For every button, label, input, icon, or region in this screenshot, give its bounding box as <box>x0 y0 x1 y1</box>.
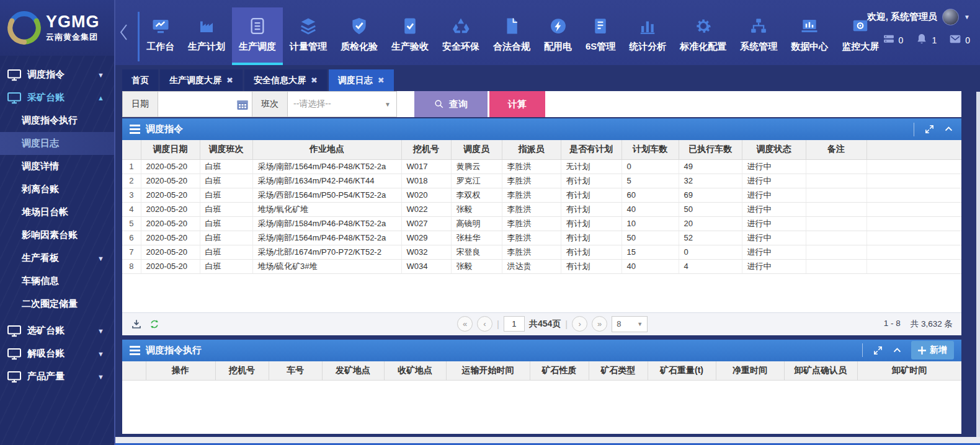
table-cell: 黄腾云 <box>451 159 502 174</box>
table-cell: 进行中 <box>742 216 806 231</box>
nav-item-statistics[interactable]: 统计分析 <box>622 7 673 65</box>
nav-item-system-management[interactable]: 系统管理 <box>733 7 784 65</box>
table-row[interactable]: 12020-05-20白班采场/南部/1564m/P46-P48/KT52-2a… <box>122 159 961 174</box>
nav-item-standardization[interactable]: 标准化配置 <box>673 7 733 65</box>
table-cell <box>806 202 866 216</box>
sidebar-item-beneficiation-ledger[interactable]: 选矿台账▼ <box>0 319 114 342</box>
table-cell: 有计划 <box>561 259 621 273</box>
footer-strip <box>115 437 980 445</box>
date-label: 日期 <box>122 91 158 117</box>
tab-home[interactable]: 首页 <box>122 69 158 91</box>
tab-dispatch-log[interactable]: 调度日志✖ <box>329 69 394 91</box>
pagination-bar: « ‹ | 共454页 | › » 8 ▼ 1 - 8 共 3,632 条 <box>122 312 961 335</box>
download-icon[interactable] <box>131 319 142 330</box>
table-row[interactable]: 52020-05-20白班采场/南部/1584m/P46-P48/KT52-2a… <box>122 216 961 231</box>
sidebar-item-vehicle-info[interactable]: 车辆信息 <box>0 270 114 293</box>
column-header: 挖机号 <box>401 140 451 159</box>
nav-item-quality-inspection[interactable]: 质检化验 <box>334 7 385 65</box>
nav-item-safety-environment[interactable]: 安全环保 <box>435 7 486 65</box>
divider: | <box>565 319 568 329</box>
sidebar-item-stripping-ledger[interactable]: 剥离台账 <box>0 178 114 201</box>
sidebar-item-dispatch-command[interactable]: 调度指令▼ <box>0 63 114 86</box>
nav-item-workbench[interactable]: 工作台 <box>140 7 181 65</box>
nav-item-compliance[interactable]: 合法合规 <box>486 7 537 65</box>
execution-table: 操作挖机号车号发矿地点收矿地点运输开始时间矿石性质矿石类型矿石重量(t)净重时间… <box>122 361 961 381</box>
nav-item-metering[interactable]: 计量管理 <box>283 7 334 65</box>
sidebar-item-dispatch-detail[interactable]: 调度详情 <box>0 155 114 178</box>
divider: | <box>497 319 499 329</box>
sidebar-item-dispatch-execution[interactable]: 调度指令执行 <box>0 109 114 132</box>
notifications-indicator[interactable]: 1 <box>915 33 937 47</box>
collapse-panel-icon[interactable] <box>892 345 902 356</box>
table-cell: 张桂华 <box>451 231 502 245</box>
tasks-indicator[interactable]: 0 <box>883 33 904 47</box>
refresh-icon[interactable] <box>149 319 160 330</box>
table-cell: 白班 <box>200 188 252 202</box>
shift-select[interactable]: --请选择-- ▼ <box>288 91 397 117</box>
nav-item-production-plan[interactable]: 生产计划 <box>181 7 232 65</box>
table-cell: 4 <box>122 202 141 216</box>
tab-production-dispatch-screen[interactable]: 生产调度大屏✖ <box>160 69 243 91</box>
table-row[interactable]: 42020-05-20白班堆场/氧化矿堆W022张毅李胜洪有计划4050进行中 <box>122 202 961 216</box>
tab-safety-info-screen[interactable]: 安全信息大屏✖ <box>244 69 327 91</box>
add-button[interactable]: 新增 <box>911 341 954 359</box>
table-cell <box>866 202 961 216</box>
nav-item-label: 6S管理 <box>586 41 615 53</box>
table-cell: 张毅 <box>451 202 502 216</box>
tab-label: 安全信息大屏 <box>254 75 306 86</box>
page-size-select[interactable]: 8 ▼ <box>612 316 648 332</box>
expand-icon[interactable] <box>873 345 883 356</box>
table-cell: 15 <box>621 245 679 259</box>
sidebar-item-product-output[interactable]: 产品产量▼ <box>0 365 114 388</box>
table-row[interactable]: 72020-05-20白班采场/北部/1674m/P70-P72/KT52-2W… <box>122 245 961 259</box>
calc-button[interactable]: 计算 <box>489 91 545 117</box>
prev-page-button[interactable]: ‹ <box>477 316 492 332</box>
sidebar-item-impact-factor-ledger[interactable]: 影响因素台账 <box>0 224 114 247</box>
table-cell: 0 <box>621 159 679 174</box>
sidebar-item-desorption-ledger[interactable]: 解吸台账▼ <box>0 342 114 365</box>
table-cell: 5 <box>621 174 679 188</box>
sidebar-item-dispatch-log[interactable]: 调度日志 <box>0 132 114 155</box>
close-icon[interactable]: ✖ <box>311 76 318 85</box>
calendar-icon[interactable] <box>236 99 249 111</box>
close-icon[interactable]: ✖ <box>226 76 233 85</box>
last-page-button[interactable]: » <box>592 316 607 332</box>
messages-count: 0 <box>965 35 970 45</box>
nav-item-production-dispatch[interactable]: 生产调度 <box>232 7 283 65</box>
safety-icon <box>452 17 470 35</box>
table-row[interactable]: 22020-05-20白班采场/南部/1634m/P42-P46/KT44W01… <box>122 174 961 188</box>
avatar[interactable] <box>942 9 959 25</box>
table-cell: 宋登良 <box>451 245 502 259</box>
table-cell: 李胜洪 <box>502 231 561 245</box>
nav-item-data-center[interactable]: 数据中心 <box>784 7 835 65</box>
table-cell <box>806 188 866 202</box>
sidebar-item-mining-ledger[interactable]: 采矿台账▲ <box>0 86 114 109</box>
user-menu-caret-icon[interactable]: ▼ <box>964 14 970 20</box>
query-button[interactable]: 查询 <box>414 91 488 117</box>
server-icon <box>883 33 895 47</box>
vertical-scrollbar[interactable] <box>976 92 980 437</box>
column-header: 卸矿点确认员 <box>784 361 857 381</box>
sidebar-item-production-board[interactable]: 生产看板▼ <box>0 247 114 270</box>
close-icon[interactable]: ✖ <box>378 76 385 85</box>
sidebar-item-label: 调度详情 <box>22 161 59 172</box>
table-row[interactable]: 82020-05-20白班堆场/硫化矿3#堆W034张毅洪达贵有计划404进行中 <box>122 259 961 273</box>
next-page-button[interactable]: › <box>572 316 587 332</box>
table-cell <box>806 216 866 231</box>
table-row[interactable]: 32020-05-20白班采场/西部/1564m/P50-P54/KT52-2a… <box>122 188 961 202</box>
sidebar-item-yard-daily-ledger[interactable]: 堆场日台帐 <box>0 201 114 224</box>
sidebar-collapse-icon[interactable] <box>117 20 131 45</box>
table-row[interactable]: 62020-05-20白班采场/南部/1564m/P46-P48/KT52-2a… <box>122 231 961 245</box>
nav-item-power-distribution[interactable]: 配用电 <box>537 7 579 65</box>
shift-select-value: --请选择-- <box>293 99 331 110</box>
nav-item-6s-management[interactable]: 6S管理 <box>579 7 622 65</box>
sidebar-item-secondary-reserves[interactable]: 二次圈定储量 <box>0 293 114 315</box>
page-number-input[interactable] <box>504 316 525 332</box>
expand-icon[interactable] <box>924 124 935 134</box>
messages-indicator[interactable]: 0 <box>949 33 970 47</box>
collapse-panel-icon[interactable] <box>943 124 954 134</box>
nav-item-production-acceptance[interactable]: 生产验收 <box>385 7 435 65</box>
table-cell: 白班 <box>200 202 252 216</box>
data-center-icon <box>800 17 819 35</box>
first-page-button[interactable]: « <box>457 316 473 332</box>
